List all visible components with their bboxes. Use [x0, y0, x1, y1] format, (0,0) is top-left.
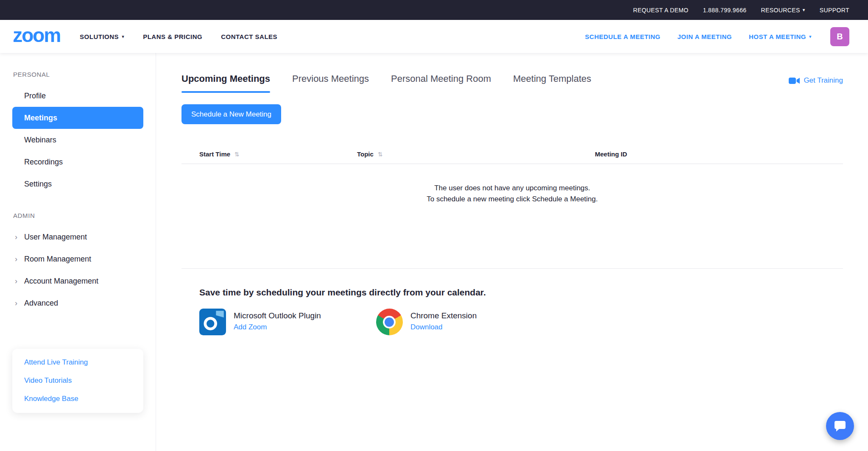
- start-time-label: Start Time: [199, 150, 230, 158]
- tab-personal-meeting-room[interactable]: Personal Meeting Room: [391, 73, 491, 93]
- outlook-plugin-item: Microsoft Outlook Plugin Add Zoom: [199, 309, 321, 335]
- empty-state-line2: To schedule a new meeting click Schedule…: [181, 194, 843, 205]
- meetings-table-header: Start Time ⇅ Topic ⇅ Meeting ID: [181, 150, 843, 164]
- content-wrap: PERSONAL Profile Meetings Webinars Recor…: [0, 53, 868, 451]
- calendar-section-heading: Save time by scheduling your meetings di…: [181, 287, 843, 298]
- chrome-extension-item: Chrome Extension Download: [376, 309, 477, 335]
- sidebar-help-links: Attend Live Training Video Tutorials Kno…: [12, 349, 143, 413]
- sidebar: PERSONAL Profile Meetings Webinars Recor…: [0, 53, 156, 451]
- topbar: REQUEST A DEMO 1.888.799.9666 RESOURCES …: [0, 0, 868, 20]
- chrome-icon-hub: [385, 317, 394, 327]
- sidebar-item-user-management[interactable]: › User Management: [0, 226, 156, 248]
- nav-plans-pricing[interactable]: PLANS & PRICING: [143, 33, 202, 40]
- sidebar-item-settings[interactable]: Settings: [0, 173, 156, 195]
- nav-solutions[interactable]: SOLUTIONS ▾: [80, 33, 124, 40]
- column-meeting-id: Meeting ID: [595, 150, 843, 158]
- host-a-meeting-label: HOST A MEETING: [749, 33, 806, 40]
- tab-previous-meetings[interactable]: Previous Meetings: [292, 73, 369, 93]
- outlook-plugin-title: Microsoft Outlook Plugin: [234, 311, 321, 320]
- chevron-down-icon: ▾: [122, 34, 124, 39]
- request-demo-link[interactable]: REQUEST A DEMO: [633, 7, 689, 14]
- join-a-meeting-link[interactable]: JOIN A MEETING: [678, 33, 732, 40]
- sidebar-admin-nav: › User Management › Room Management › Ac…: [0, 226, 156, 314]
- chevron-right-icon: ›: [15, 233, 24, 241]
- sidebar-item-account-management[interactable]: › Account Management: [0, 270, 156, 292]
- meetings-tabs: Upcoming Meetings Previous Meetings Pers…: [181, 73, 591, 93]
- advanced-label: Advanced: [24, 299, 58, 308]
- host-a-meeting-menu[interactable]: HOST A MEETING ▾: [749, 33, 812, 40]
- knowledge-base-link[interactable]: Knowledge Base: [12, 390, 143, 408]
- chevron-down-icon: ▾: [809, 34, 812, 39]
- avatar[interactable]: B: [830, 27, 849, 46]
- sidebar-item-recordings[interactable]: Recordings: [0, 151, 156, 173]
- resources-menu[interactable]: RESOURCES ▾: [761, 7, 805, 14]
- support-link[interactable]: SUPPORT: [820, 7, 849, 14]
- resources-label: RESOURCES: [761, 7, 800, 14]
- sidebar-item-room-management[interactable]: › Room Management: [0, 248, 156, 270]
- sidebar-item-advanced[interactable]: › Advanced: [0, 292, 156, 314]
- zoom-logo[interactable]: zoom: [13, 25, 60, 47]
- attend-live-training-link[interactable]: Attend Live Training: [12, 353, 143, 371]
- outlook-icon: [199, 309, 226, 335]
- phone-number-link[interactable]: 1.888.799.9666: [703, 7, 747, 14]
- add-zoom-link[interactable]: Add Zoom: [234, 323, 267, 331]
- header-actions: SCHEDULE A MEETING JOIN A MEETING HOST A…: [585, 27, 849, 46]
- chrome-extension-text: Chrome Extension Download: [410, 309, 477, 331]
- room-management-label: Room Management: [24, 255, 91, 264]
- schedule-new-meeting-button[interactable]: Schedule a New Meeting: [181, 104, 281, 124]
- tab-meeting-templates[interactable]: Meeting Templates: [513, 73, 591, 93]
- chrome-extension-title: Chrome Extension: [410, 311, 477, 320]
- sort-icon[interactable]: ⇅: [234, 151, 240, 158]
- primary-nav: SOLUTIONS ▾ PLANS & PRICING CONTACT SALE…: [80, 33, 277, 40]
- topic-label: Topic: [357, 150, 374, 158]
- sidebar-item-meetings[interactable]: Meetings: [12, 107, 143, 129]
- nav-solutions-label: SOLUTIONS: [80, 33, 119, 40]
- sort-icon[interactable]: ⇅: [378, 151, 383, 158]
- tab-upcoming-meetings[interactable]: Upcoming Meetings: [181, 73, 270, 93]
- chevron-down-icon: ▾: [803, 7, 805, 13]
- chrome-icon: [376, 309, 403, 335]
- user-management-label: User Management: [24, 233, 87, 242]
- sidebar-item-profile[interactable]: Profile: [0, 85, 156, 107]
- sidebar-section-admin: ADMIN: [0, 212, 156, 219]
- section-divider: [181, 268, 843, 269]
- chevron-right-icon: ›: [15, 299, 24, 307]
- get-training-label: Get Training: [804, 76, 843, 85]
- meeting-id-label: Meeting ID: [595, 150, 627, 158]
- calendar-integrations: Microsoft Outlook Plugin Add Zoom Chrome…: [181, 309, 843, 335]
- video-tutorials-link[interactable]: Video Tutorials: [12, 371, 143, 390]
- schedule-a-meeting-link[interactable]: SCHEDULE A MEETING: [585, 33, 661, 40]
- get-training-link[interactable]: Get Training: [789, 75, 843, 86]
- chat-bubble-icon: [834, 420, 846, 432]
- column-start-time: Start Time ⇅: [199, 150, 357, 158]
- nav-contact-sales[interactable]: CONTACT SALES: [221, 33, 277, 40]
- chevron-right-icon: ›: [15, 255, 24, 263]
- chat-widget-button[interactable]: [826, 412, 854, 440]
- empty-state-line1: The user does not have any upcoming meet…: [181, 183, 843, 194]
- sidebar-personal-nav: Profile Meetings Webinars Recordings Set…: [0, 85, 156, 195]
- column-topic: Topic ⇅: [357, 150, 595, 158]
- video-camera-icon: [789, 77, 800, 84]
- tabs-row: Upcoming Meetings Previous Meetings Pers…: [181, 73, 843, 93]
- empty-state: The user does not have any upcoming meet…: [181, 164, 843, 268]
- chevron-right-icon: ›: [15, 277, 24, 285]
- main-header: zoom SOLUTIONS ▾ PLANS & PRICING CONTACT…: [0, 20, 868, 53]
- account-management-label: Account Management: [24, 277, 98, 286]
- zoom-web-portal: REQUEST A DEMO 1.888.799.9666 RESOURCES …: [0, 0, 868, 451]
- download-link[interactable]: Download: [410, 323, 443, 331]
- sidebar-section-personal: PERSONAL: [0, 71, 156, 78]
- main-content: Upcoming Meetings Previous Meetings Pers…: [156, 53, 868, 451]
- outlook-plugin-text: Microsoft Outlook Plugin Add Zoom: [234, 309, 321, 331]
- sidebar-item-webinars[interactable]: Webinars: [0, 129, 156, 151]
